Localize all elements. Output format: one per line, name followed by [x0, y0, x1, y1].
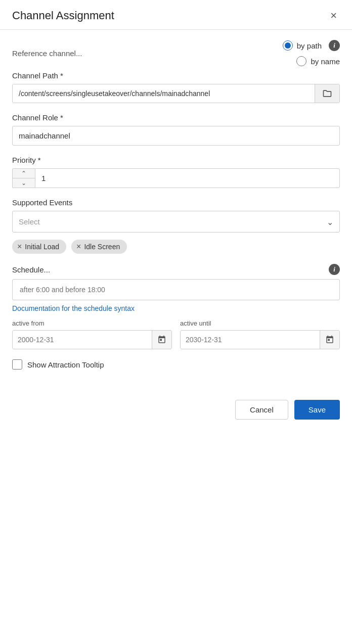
show-attraction-tooltip-label: Show Attraction Tooltip	[27, 360, 104, 369]
by-path-radio-label[interactable]: by path	[283, 40, 322, 51]
priority-label: Priority *	[12, 156, 340, 164]
by-path-radio[interactable]	[283, 40, 293, 51]
channel-role-section: Channel Role *	[12, 113, 340, 146]
active-from-calendar-button[interactable]	[152, 331, 171, 349]
tag-idle-screen: × Idle Screen	[71, 240, 127, 254]
schedule-section: Schedule... i Documentation for the sche…	[12, 264, 340, 349]
by-path-option: by path i	[283, 40, 340, 51]
remove-idle-screen-button[interactable]: ×	[76, 243, 81, 251]
active-until-input-wrapper	[180, 330, 340, 349]
dialog-footer: Cancel Save	[0, 390, 352, 434]
channel-path-input-wrapper	[12, 84, 340, 103]
active-until-calendar-button[interactable]	[320, 331, 339, 349]
schedule-label: Schedule...	[12, 265, 50, 274]
tag-initial-load-label: Initial Load	[25, 243, 59, 251]
active-from-label: active from	[12, 319, 172, 327]
schedule-header-row: Schedule... i	[12, 264, 340, 275]
by-name-label: by name	[311, 57, 340, 66]
supported-events-label: Supported Events	[12, 198, 340, 207]
active-until-label: active until	[180, 319, 340, 327]
dialog-title: Channel Assignment	[12, 9, 114, 22]
radio-group: by path i by name	[283, 40, 340, 66]
tag-initial-load: × Initial Load	[12, 240, 66, 254]
reference-channel-label: Reference channel...	[12, 49, 82, 58]
date-row: active from active until	[12, 319, 340, 349]
by-path-label: by path	[297, 41, 322, 50]
active-until-field: active until	[180, 319, 340, 349]
show-attraction-tooltip-checkbox[interactable]	[12, 359, 22, 370]
by-name-radio[interactable]	[296, 56, 306, 66]
channel-path-browse-button[interactable]	[315, 84, 339, 103]
close-button[interactable]: ×	[327, 9, 340, 22]
channel-path-input[interactable]	[13, 84, 315, 103]
supported-events-select[interactable]: Select Initial Load Idle Screen	[13, 211, 339, 232]
dialog-header: Channel Assignment ×	[0, 0, 352, 30]
doc-link[interactable]: Documentation for the schedule syntax	[12, 304, 135, 312]
dialog-body: Reference channel... by path i by name C…	[0, 30, 352, 390]
supported-events-section: Supported Events Select Initial Load Idl…	[12, 198, 340, 254]
show-attraction-tooltip-row: Show Attraction Tooltip	[12, 359, 340, 370]
tags-row: × Initial Load × Idle Screen	[12, 240, 340, 254]
schedule-info-icon[interactable]: i	[329, 264, 340, 275]
channel-assignment-dialog: Channel Assignment × Reference channel..…	[0, 0, 352, 644]
channel-path-section: Channel Path *	[12, 71, 340, 103]
calendar-icon-from	[157, 335, 166, 344]
info-icon[interactable]: i	[329, 40, 340, 51]
active-until-input[interactable]	[181, 331, 320, 349]
cancel-button[interactable]: Cancel	[235, 400, 288, 420]
priority-decrement-button[interactable]: ⌄	[13, 178, 35, 188]
priority-section: Priority * ⌃ ⌄	[12, 156, 340, 188]
channel-path-label: Channel Path *	[12, 71, 340, 80]
save-button[interactable]: Save	[294, 400, 340, 420]
reference-channel-section: Reference channel... by path i by name	[12, 40, 340, 66]
remove-initial-load-button[interactable]: ×	[17, 243, 22, 251]
schedule-input[interactable]	[12, 279, 340, 300]
priority-spinners: ⌃ ⌄	[12, 168, 35, 188]
priority-row: ⌃ ⌄	[12, 168, 340, 188]
active-from-field: active from	[12, 319, 172, 349]
folder-open-icon	[322, 88, 332, 99]
tag-idle-screen-label: Idle Screen	[84, 243, 120, 251]
active-from-input[interactable]	[13, 331, 152, 349]
channel-role-label: Channel Role *	[12, 113, 340, 122]
calendar-icon-until	[325, 335, 334, 344]
supported-events-select-wrapper: Select Initial Load Idle Screen ⌄	[12, 211, 340, 233]
priority-input[interactable]	[35, 168, 340, 188]
channel-role-input[interactable]	[12, 126, 340, 146]
by-name-radio-label[interactable]: by name	[296, 56, 340, 66]
priority-increment-button[interactable]: ⌃	[13, 169, 35, 178]
active-from-input-wrapper	[12, 330, 172, 349]
